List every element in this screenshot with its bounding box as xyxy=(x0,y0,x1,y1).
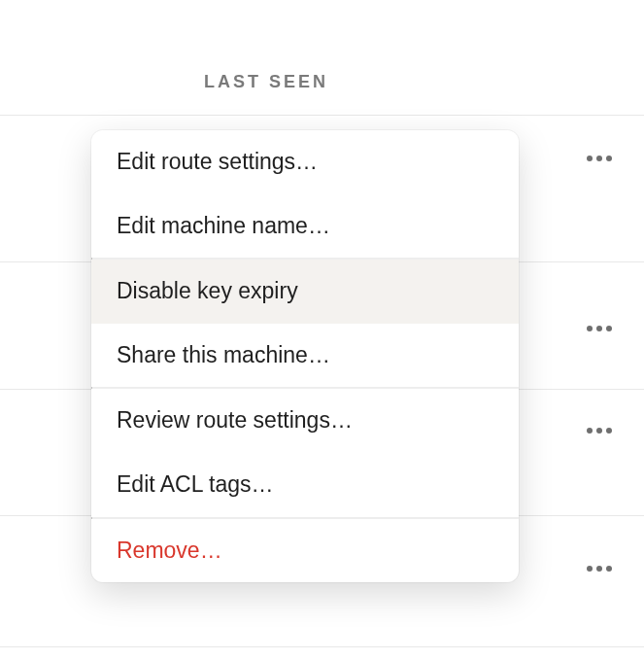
svg-point-5 xyxy=(606,326,612,331)
svg-point-6 xyxy=(587,428,593,434)
menu-item-label: Edit route settings… xyxy=(117,149,318,174)
svg-point-1 xyxy=(596,156,602,161)
ellipsis-icon xyxy=(587,318,612,335)
menu-item-disable-key-expiry[interactable]: Disable key expiry xyxy=(91,260,519,324)
row-actions-button[interactable] xyxy=(582,411,617,446)
menu-item-label: Edit ACL tags… xyxy=(117,471,274,497)
menu-item-remove[interactable]: Remove… xyxy=(91,519,519,583)
svg-point-4 xyxy=(596,326,602,331)
column-header-last-seen: LAST SEEN xyxy=(204,72,328,92)
svg-point-2 xyxy=(606,156,612,161)
ellipsis-icon xyxy=(587,420,612,437)
svg-point-0 xyxy=(587,156,593,161)
menu-item-edit-route-settings[interactable]: Edit route settings… xyxy=(91,130,519,194)
svg-point-11 xyxy=(606,566,612,572)
menu-item-edit-machine-name[interactable]: Edit machine name… xyxy=(91,194,519,259)
menu-item-review-route-settings[interactable]: Review route settings… xyxy=(91,389,519,453)
svg-point-3 xyxy=(587,326,593,331)
ellipsis-icon xyxy=(587,148,612,165)
menu-item-label: Share this machine… xyxy=(117,342,330,367)
menu-item-label: Disable key expiry xyxy=(117,278,298,303)
row-actions-button[interactable] xyxy=(582,139,617,174)
svg-point-7 xyxy=(596,428,602,434)
menu-item-edit-acl-tags[interactable]: Edit ACL tags… xyxy=(91,453,519,517)
menu-item-share-this-machine[interactable]: Share this machine… xyxy=(91,324,519,388)
svg-point-10 xyxy=(596,566,602,572)
menu-item-label: Edit machine name… xyxy=(117,213,330,238)
menu-item-label: Remove… xyxy=(117,538,222,563)
row-actions-button[interactable] xyxy=(582,549,617,584)
svg-point-9 xyxy=(587,566,593,572)
row-actions-button[interactable] xyxy=(582,309,617,344)
machine-actions-menu: Edit route settings… Edit machine name… … xyxy=(91,130,519,582)
menu-item-label: Review route settings… xyxy=(117,407,353,433)
svg-point-8 xyxy=(606,428,612,434)
ellipsis-icon xyxy=(587,558,612,575)
